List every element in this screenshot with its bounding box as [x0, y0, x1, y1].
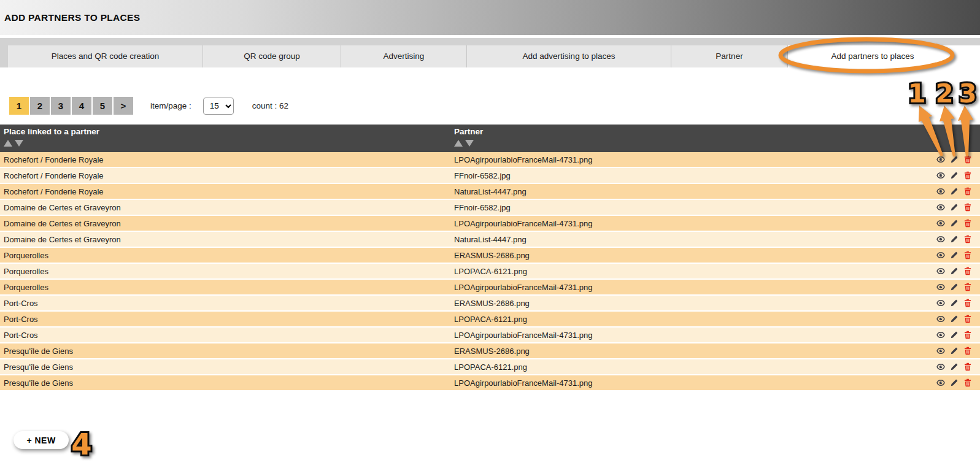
place-cell: Port-Cros [0, 315, 454, 324]
table-row: Domaine de Certes et Graveyron NaturaLis… [0, 232, 980, 248]
table-row: Port-Cros LPOAgirpourlabioFranceMail-473… [0, 328, 980, 343]
trash-icon[interactable] [963, 315, 972, 323]
pencil-icon[interactable] [950, 187, 959, 196]
eye-icon[interactable] [936, 315, 945, 323]
trash-icon[interactable] [963, 299, 972, 307]
table-row: Rochefort / Fonderie Royale LPOAgirpourl… [0, 152, 980, 168]
pencil-icon[interactable] [950, 171, 959, 180]
trash-icon[interactable] [963, 203, 972, 212]
eye-icon[interactable] [936, 235, 945, 244]
pencil-icon[interactable] [950, 235, 959, 244]
pencil-icon[interactable] [950, 331, 959, 339]
row-actions [936, 347, 980, 355]
page-button[interactable]: 3 [51, 97, 71, 115]
trash-icon[interactable] [963, 267, 972, 275]
pencil-icon[interactable] [950, 155, 959, 164]
eye-icon[interactable] [936, 219, 945, 228]
trash-icon[interactable] [963, 171, 972, 180]
pencil-icon[interactable] [950, 219, 959, 228]
sort-ascending-icon[interactable] [454, 140, 463, 147]
eye-icon[interactable] [936, 251, 945, 259]
row-actions [936, 219, 980, 228]
pencil-icon[interactable] [950, 251, 959, 259]
row-actions [936, 187, 980, 196]
column-header-partner: Partner [454, 125, 980, 152]
page-button[interactable]: 5 [93, 97, 112, 115]
tab-item-2[interactable]: Advertising [341, 45, 466, 67]
count-label: count : 62 [252, 101, 288, 110]
eye-icon[interactable] [936, 187, 945, 196]
trash-icon[interactable] [963, 347, 972, 355]
partner-cell: LPOAgirpourlabioFranceMail-4731.png [454, 378, 936, 388]
page-button[interactable]: 4 [72, 97, 91, 115]
partner-cell: LPOPACA-6121.png [454, 315, 936, 324]
sort-descending-icon[interactable] [15, 140, 23, 147]
row-actions [936, 251, 980, 259]
table-row: Porquerolles ERASMUS-2686.png [0, 248, 980, 264]
trash-icon[interactable] [963, 235, 972, 244]
place-cell: Porquerolles [0, 267, 454, 276]
partner-cell: ERASMUS-2686.png [454, 251, 936, 260]
pencil-icon[interactable] [950, 267, 959, 275]
trash-icon[interactable] [963, 155, 972, 164]
table-row: Presqu'île de Giens LPOAgirpourlabioFran… [0, 375, 980, 391]
table-row: Rochefort / Fonderie Royale FFnoir-6582.… [0, 168, 980, 184]
partner-cell: NaturaList-4447.png [454, 187, 936, 196]
row-actions [936, 331, 980, 339]
trash-icon[interactable] [963, 187, 972, 196]
partner-cell: LPOAgirpourlabioFranceMail-4731.png [454, 331, 936, 340]
table-row: Presqu'île de Giens ERASMUS-2686.png [0, 343, 980, 359]
next-page-button[interactable]: > [114, 97, 133, 115]
tab-item-3[interactable]: Add advertising to places [466, 45, 671, 67]
trash-icon[interactable] [963, 251, 972, 259]
row-actions [936, 235, 980, 244]
partner-cell: FFnoir-6582.jpg [454, 203, 936, 212]
eye-icon[interactable] [936, 347, 945, 355]
pencil-icon[interactable] [950, 203, 959, 212]
page-title: ADD PARTNERS TO PLACES [4, 12, 140, 23]
tab-item-5[interactable]: Add partners to places [787, 45, 957, 67]
pagination-bar: 12345> item/page : 15 count : 62 [9, 97, 980, 115]
table-body: Rochefort / Fonderie Royale LPOAgirpourl… [0, 152, 980, 391]
tab-item-4[interactable]: Partner [671, 45, 787, 67]
eye-icon[interactable] [936, 171, 945, 180]
eye-icon[interactable] [936, 363, 945, 371]
eye-icon[interactable] [936, 203, 945, 212]
new-button[interactable]: + NEW [14, 431, 69, 449]
pencil-icon[interactable] [950, 347, 959, 355]
page-button[interactable]: 1 [9, 97, 29, 115]
eye-icon[interactable] [936, 155, 945, 164]
sort-descending-icon[interactable] [465, 140, 474, 147]
eye-icon[interactable] [936, 378, 945, 387]
place-cell: Porquerolles [0, 251, 454, 260]
table-row: Rochefort / Fonderie Royale NaturaList-4… [0, 184, 980, 200]
pencil-icon[interactable] [950, 283, 959, 291]
trash-icon[interactable] [963, 378, 972, 387]
items-per-page-select[interactable]: 15 [203, 98, 234, 115]
trash-icon[interactable] [963, 363, 972, 371]
place-cell: Rochefort / Fonderie Royale [0, 155, 454, 164]
page-button[interactable]: 2 [30, 97, 50, 115]
header-bar: ADD PARTNERS TO PLACES [0, 0, 980, 35]
pencil-icon[interactable] [950, 378, 959, 387]
trash-icon[interactable] [963, 219, 972, 228]
pencil-icon[interactable] [950, 363, 959, 371]
pencil-icon[interactable] [950, 315, 959, 323]
partner-cell: LPOPACA-6121.png [454, 267, 936, 276]
eye-icon[interactable] [936, 299, 945, 307]
tab-item-1[interactable]: QR code group [203, 45, 341, 67]
row-actions [936, 171, 980, 180]
eye-icon[interactable] [936, 331, 945, 339]
row-actions [936, 315, 980, 323]
tab-item-0[interactable]: Places and QR code creation [8, 45, 203, 67]
place-cell: Port-Cros [0, 299, 454, 308]
trash-icon[interactable] [963, 283, 972, 291]
trash-icon[interactable] [963, 331, 972, 339]
eye-icon[interactable] [936, 283, 945, 291]
partner-cell: LPOAgirpourlabioFranceMail-4731.png [454, 219, 936, 228]
sort-ascending-icon[interactable] [4, 140, 12, 147]
partner-cell: FFnoir-6582.jpg [454, 171, 936, 180]
pencil-icon[interactable] [950, 299, 959, 307]
row-actions [936, 363, 980, 371]
eye-icon[interactable] [936, 267, 945, 275]
